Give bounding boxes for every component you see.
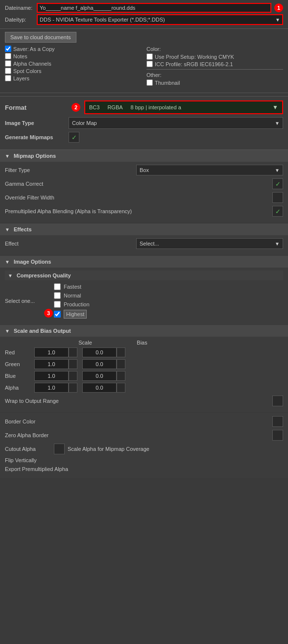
zero-alpha-check[interactable] [272,430,283,441]
format-rgba: RGBA [107,104,122,110]
scale-bias-arrow: ▼ [5,328,10,334]
scale-alpha-label: Scale Alpha for Mipmap Coverage [68,446,149,452]
as-copy-label: As a Copy [30,46,55,52]
datetype-label: Dateityp: [5,17,37,23]
image-options-content: ▼ Compression Quality Select one... Fast… [0,268,288,324]
wrap-check[interactable] [272,396,283,406]
premultiplied-check[interactable]: ✓ [272,206,283,217]
alpha-bias-input[interactable] [82,383,117,393]
color-label: Color: [146,46,161,52]
bias-col-header: Bias [120,340,164,346]
compression-quality-header[interactable]: ▼ Compression Quality [5,271,283,280]
red-label: Red [5,349,34,355]
highest-checkbox[interactable] [54,311,61,318]
as-copy-checkbox[interactable] [5,46,11,52]
production-label: Production [64,301,90,307]
sb-col-headers: Scale Bias [5,340,283,346]
other-label: Other: [146,72,162,78]
icc-checkbox[interactable] [146,61,153,67]
highest-option: 3 Highest [54,310,90,319]
green-scale-input[interactable] [34,359,69,369]
scale-bias-content: Scale Bias Red Green Blue [0,337,288,412]
thumbnail-checkbox[interactable] [146,79,153,86]
fastest-checkbox[interactable] [54,283,61,290]
scale-bias-header[interactable]: ▼ Scale and Bias Output [0,325,288,337]
mipmap-arrow: ▼ [5,153,10,159]
fastest-label: Fastest [64,284,81,290]
quality-options: Fastest Normal Production 3 Highest [54,283,90,319]
alpha-channels-label: Alpha Channels [13,61,51,67]
compression-arrow: ▼ [8,273,13,278]
green-bias-input[interactable] [82,359,117,369]
flip-vertically-row: Flip Vertically [5,457,283,463]
cutout-alpha-check[interactable] [54,444,65,454]
image-options-header[interactable]: ▼ Image Options [0,256,288,268]
datetype-arrow: ▼ [275,17,280,23]
generate-mipmaps-check[interactable]: ✓ [69,132,79,143]
datetype-select[interactable]: DDS - NVIDIA Texture Tools Exporter (*.D… [37,14,283,25]
effects-header[interactable]: ▼ Effects [0,223,288,235]
mipmap-title: Mipmap Options [14,153,56,159]
datename-label: Dateiname: [5,5,37,11]
notes-checkbox[interactable] [5,53,11,59]
border-color-label: Border Color [5,419,272,424]
blue-bias-input[interactable] [82,371,117,381]
red-scale-input[interactable] [34,347,69,357]
effect-arrow: ▼ [275,241,280,247]
image-type-select[interactable]: Color Map ▼ [69,117,283,129]
alpha-row: Alpha [5,383,283,393]
alpha-scale-input[interactable] [34,383,69,393]
blue-bias-drag[interactable] [117,371,125,381]
image-options-title: Image Options [14,259,51,265]
green-bias-drag[interactable] [117,359,125,369]
alpha-scale-drag[interactable] [69,383,77,393]
scale-col-header: Scale [64,340,107,346]
blue-scale-input[interactable] [34,371,69,381]
format-label: Format [5,104,69,111]
use-proof-checkbox[interactable] [146,53,153,60]
scale-bias-title: Scale and Bias Output [14,328,71,334]
zero-alpha-row: Zero Alpha Border [5,430,283,441]
alpha-bias-drag[interactable] [117,383,125,393]
cutout-alpha-row: Cutout Alpha Scale Alpha for Mipmap Cove… [5,444,283,454]
wrap-row: Wrap to Output Range [5,396,283,406]
normal-checkbox[interactable] [54,292,61,299]
format-dropdown[interactable]: BC3 RGBA 8 bpp | interpolated a ▼ [84,100,283,114]
red-bias-input[interactable] [82,347,117,357]
filter-type-select[interactable]: Box ▼ [136,165,283,175]
alpha-channels-checkbox[interactable] [5,60,11,67]
saver-label: Saver: [13,46,29,52]
filter-type-value: Box [140,167,149,173]
gamma-correct-label: Gamma Correct [5,181,272,187]
blue-scale-drag[interactable] [69,371,77,381]
image-type-arrow: ▼ [275,121,280,126]
override-filter-check[interactable] [272,192,283,203]
normal-option: Normal [54,292,90,299]
effects-title: Effects [14,226,32,232]
notes-label: Notes [13,53,27,59]
layers-checkbox[interactable] [5,75,11,81]
wrap-label: Wrap to Output Range [5,398,272,404]
production-checkbox[interactable] [54,301,61,308]
save-cloud-button[interactable]: Save to cloud documents [5,32,76,43]
format-arrow: ▼ [272,104,278,111]
alpha-label: Alpha [5,385,34,391]
production-option: Production [54,301,90,308]
mipmap-header[interactable]: ▼ Mipmap Options [0,150,288,162]
effects-arrow: ▼ [5,227,10,232]
border-color-check[interactable] [272,416,283,427]
image-type-value: Color Map [72,120,97,126]
spot-colors-checkbox[interactable] [5,68,11,74]
green-scale-drag[interactable] [69,359,77,369]
premultiplied-label: Premultiplied Alpha Blending (Alpha is T… [5,208,272,214]
gamma-correct-check[interactable]: ✓ [272,178,283,189]
bottom-section: Border Color Zero Alpha Border Cutout Al… [0,413,288,478]
effect-select[interactable]: Select... ▼ [136,238,283,249]
mipmap-content: Filter Type Box ▼ Gamma Correct ✓ Overri… [0,162,288,223]
red-bias-drag[interactable] [117,347,125,357]
flip-vertically-label: Flip Vertically [5,457,283,463]
red-scale-drag[interactable] [69,347,77,357]
datetype-value: DDS - NVIDIA Texture Tools Exporter (*.D… [40,17,165,23]
datename-input[interactable] [37,3,271,13]
format-bc3: BC3 [89,104,99,110]
